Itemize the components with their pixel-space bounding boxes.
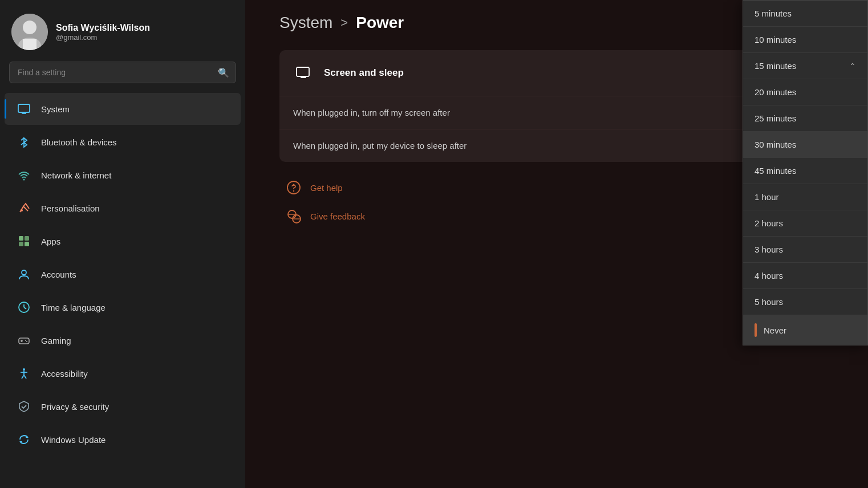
dropdown-item-12[interactable]: Never xyxy=(743,315,867,345)
dropdown-label-1: 10 minutes xyxy=(755,35,796,44)
sidebar-item-network[interactable]: Network & internet xyxy=(5,159,241,191)
svg-point-32 xyxy=(293,190,294,192)
svg-rect-27 xyxy=(297,67,309,76)
svg-point-13 xyxy=(22,270,26,275)
personalisation-icon xyxy=(16,200,32,216)
dropdown-item-7[interactable]: 1 hour xyxy=(743,184,867,210)
sidebar-item-time[interactable]: Time & language xyxy=(5,291,241,323)
accounts-icon xyxy=(16,266,32,282)
sidebar-label-privacy: Privacy & security xyxy=(41,402,109,412)
svg-rect-12 xyxy=(25,242,29,246)
apps-icon xyxy=(16,233,32,249)
svg-point-22 xyxy=(23,368,25,371)
svg-rect-3 xyxy=(23,39,36,50)
dropdown-label-6: 45 minutes xyxy=(755,166,796,176)
get-help-label: Get help xyxy=(310,183,343,193)
system-icon xyxy=(16,101,32,117)
search-box[interactable]: 🔍 xyxy=(9,62,236,83)
sidebar-item-privacy[interactable]: Privacy & security xyxy=(5,391,241,422)
sidebar-label-bluetooth: Bluetooth & devices xyxy=(41,137,117,147)
dropdown-item-8[interactable]: 2 hours xyxy=(743,210,867,237)
sidebar-item-bluetooth[interactable]: Bluetooth & devices xyxy=(5,126,241,158)
dropdown-label-12: Never xyxy=(764,326,786,335)
screen-off-label: When plugged in, turn off my screen afte… xyxy=(293,108,450,117)
bluetooth-icon xyxy=(16,134,32,150)
dropdown-label-11: 5 hours xyxy=(755,297,783,307)
svg-line-25 xyxy=(22,375,24,379)
dropdown-label-9: 3 hours xyxy=(755,245,783,254)
sidebar-label-time: Time & language xyxy=(41,303,106,312)
main-content: System > Power Screen and sleep When plu… xyxy=(245,0,868,488)
sidebar-item-accounts[interactable]: Accounts xyxy=(5,258,241,290)
dropdown-item-11[interactable]: 5 hours xyxy=(743,289,867,315)
time-icon xyxy=(16,299,32,315)
dropdown-item-6[interactable]: 45 minutes xyxy=(743,158,867,184)
sleep-label: When plugged in, put my device to sleep … xyxy=(293,141,467,151)
sidebar-item-gaming[interactable]: Gaming xyxy=(5,324,241,356)
sidebar-label-personalisation: Personalisation xyxy=(41,204,100,213)
avatar-image xyxy=(11,14,48,50)
svg-line-16 xyxy=(24,307,26,309)
sidebar-item-accessibility[interactable]: Accessibility xyxy=(5,357,241,389)
dropdown-label-2: 15 minutes xyxy=(755,61,796,71)
svg-point-21 xyxy=(26,341,27,342)
search-input[interactable] xyxy=(9,62,236,83)
user-profile[interactable]: Sofia Wyciślik-Wilson @gmail.com xyxy=(0,0,245,62)
sidebar-label-network: Network & internet xyxy=(41,170,111,180)
privacy-icon xyxy=(16,398,32,414)
search-icon: 🔍 xyxy=(218,67,229,78)
svg-point-30 xyxy=(287,181,300,194)
breadcrumb-parent: System xyxy=(279,14,332,32)
give-feedback-label: Give feedback xyxy=(310,212,365,221)
dropdown-label-4: 25 minutes xyxy=(755,113,796,123)
sidebar: Sofia Wyciślik-Wilson @gmail.com 🔍 Syste… xyxy=(0,0,245,488)
sidebar-item-personalisation[interactable]: Personalisation xyxy=(5,192,241,224)
never-item-inner: Never xyxy=(755,323,786,337)
dropdown-item-0[interactable]: 5 minutes xyxy=(743,1,867,27)
svg-point-7 xyxy=(23,179,25,181)
screen-sleep-icon xyxy=(293,63,314,83)
section-title: Screen and sleep xyxy=(324,67,404,79)
sidebar-item-apps[interactable]: Apps xyxy=(5,225,241,257)
sidebar-label-accessibility: Accessibility xyxy=(41,369,88,379)
user-name: Sofia Wyciślik-Wilson xyxy=(56,23,150,33)
gaming-icon xyxy=(16,332,32,348)
svg-point-1 xyxy=(23,21,36,34)
dropdown-label-0: 5 minutes xyxy=(755,9,792,18)
svg-rect-17 xyxy=(19,338,29,344)
dropdown-item-3[interactable]: 20 minutes xyxy=(743,79,867,105)
network-icon xyxy=(16,167,32,183)
sidebar-label-update: Windows Update xyxy=(41,435,106,445)
accessibility-icon xyxy=(16,365,32,381)
svg-rect-9 xyxy=(19,236,23,241)
get-help-icon xyxy=(285,179,302,196)
dropdown-item-5[interactable]: 30 minutes xyxy=(743,132,867,158)
dropdown-item-9[interactable]: 3 hours xyxy=(743,237,867,263)
chevron-up-icon: ⌃ xyxy=(849,62,856,71)
dropdown-item-1[interactable]: 10 minutes xyxy=(743,27,867,53)
svg-point-20 xyxy=(25,340,26,341)
dropdown-item-4[interactable]: 25 minutes xyxy=(743,105,867,132)
svg-point-8 xyxy=(21,209,23,212)
dropdown-label-3: 20 minutes xyxy=(755,87,796,97)
dropdown-item-2[interactable]: 15 minutes ⌃ xyxy=(743,53,867,79)
sleep-time-dropdown[interactable]: 5 minutes 10 minutes 15 minutes ⌃ 20 min… xyxy=(743,0,868,345)
svg-line-26 xyxy=(24,375,26,379)
sidebar-label-gaming: Gaming xyxy=(41,336,71,345)
sidebar-item-update[interactable]: Windows Update xyxy=(5,424,241,456)
svg-rect-11 xyxy=(19,242,23,246)
dropdown-label-10: 4 hours xyxy=(755,271,783,280)
update-icon xyxy=(16,432,32,448)
dropdown-label-5: 30 minutes xyxy=(755,140,796,149)
dropdown-item-10[interactable]: 4 hours xyxy=(743,263,867,289)
dropdown-label-8: 2 hours xyxy=(755,218,783,228)
dropdown-label-7: 1 hour xyxy=(755,192,779,202)
svg-rect-4 xyxy=(18,104,30,112)
sidebar-label-system: System xyxy=(41,104,70,114)
give-feedback-icon xyxy=(285,208,302,225)
svg-rect-10 xyxy=(25,236,29,241)
user-email: @gmail.com xyxy=(56,33,150,42)
breadcrumb-separator: > xyxy=(340,15,348,30)
sidebar-item-system[interactable]: System xyxy=(5,93,241,125)
sidebar-label-apps: Apps xyxy=(41,237,60,246)
